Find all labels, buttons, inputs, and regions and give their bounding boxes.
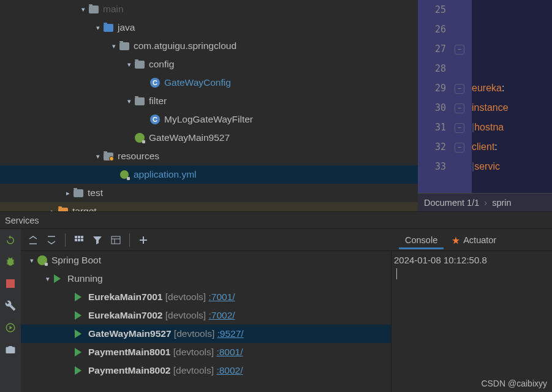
run-port-link[interactable]: :8001/ <box>216 347 243 358</box>
yaml-key: servic <box>474 161 500 172</box>
run-port-link[interactable]: :7001/ <box>208 292 235 303</box>
tree-label: target <box>72 206 97 211</box>
chevron-down-icon <box>78 6 88 13</box>
tree-node-gatewaymain[interactable]: GateWayMain9527 <box>0 129 418 147</box>
run-node-running[interactable]: Running <box>21 270 391 288</box>
play-icon <box>75 293 83 301</box>
tree-node-application-yml[interactable]: application.yml <box>0 165 418 184</box>
tree-label: java <box>118 22 135 33</box>
camera-button[interactable] <box>4 343 17 356</box>
svg-rect-1 <box>112 236 120 244</box>
run-app-row[interactable]: GateWayMain9527 [devtools] :9527/ <box>21 325 391 343</box>
play-icon <box>75 311 83 320</box>
grid-button[interactable] <box>72 233 86 247</box>
folder-icon <box>74 189 83 197</box>
run-app-row[interactable]: EurekaMain7001 [devtools] :7001/ <box>21 288 391 306</box>
run-label: Spring Boot <box>51 255 101 266</box>
line-number: 32 <box>418 141 451 153</box>
watermark: CSDN @caibixyy <box>481 379 547 388</box>
package-icon <box>135 61 145 69</box>
yaml-key: client <box>472 141 494 153</box>
services-title: Services <box>5 216 39 225</box>
rerun-button[interactable] <box>4 233 17 246</box>
tree-label: main <box>103 4 124 15</box>
tree-node-test[interactable]: test <box>0 184 418 202</box>
filter-button[interactable] <box>90 233 105 247</box>
stop-button[interactable] <box>4 277 17 290</box>
expand-all-button[interactable] <box>26 233 40 247</box>
chevron-down-icon <box>93 24 103 32</box>
document-position: Document 1/1 <box>424 198 479 208</box>
tree-label: MyLogGateWayFilter <box>164 114 253 125</box>
chevron-right-icon <box>63 189 73 197</box>
run-app-row[interactable]: EurekaMain7002 [devtools] :7002/ <box>21 306 391 325</box>
tree-node-logfilter[interactable]: C MyLogGateWayFilter <box>0 110 418 129</box>
editor[interactable]: 25 26 27 28 29 30 31 32 33 eureka: i <box>418 0 552 211</box>
layout-button[interactable] <box>108 233 123 247</box>
class-icon: C <box>150 115 160 124</box>
line-number: 33 <box>418 161 451 172</box>
tree-label: application.yml <box>134 169 197 180</box>
fold-icon[interactable] <box>451 45 468 53</box>
spring-boot-icon <box>135 133 145 143</box>
tree-label: resources <box>118 151 159 162</box>
tree-node-config[interactable]: config <box>0 55 418 74</box>
play-icon <box>75 366 83 375</box>
tree-label: GateWayConfig <box>164 77 231 88</box>
tree-node-main[interactable]: main <box>0 0 418 18</box>
line-number: 26 <box>418 24 451 35</box>
run-devtools-label: [devtools] <box>165 310 206 321</box>
fold-icon[interactable] <box>451 123 468 132</box>
fold-icon[interactable] <box>451 143 468 151</box>
gutter: 25 26 27 28 29 30 31 32 33 <box>418 0 472 193</box>
chevron-right-icon: › <box>484 198 487 208</box>
line-number: 31 <box>418 122 451 133</box>
yaml-file-icon <box>119 170 129 179</box>
yaml-key: hostna <box>474 122 504 133</box>
chevron-down-icon <box>124 61 134 69</box>
breadcrumb-bar[interactable]: Document 1/1 › sprin <box>418 193 552 211</box>
services-toolwindow-header[interactable]: Services <box>0 211 552 228</box>
services-tree[interactable]: Spring Boot Running EurekaMain7001 [devt… <box>21 251 391 392</box>
log-line: 2024-01-08 10:12:50.8 <box>394 255 487 265</box>
collapse-all-button[interactable] <box>44 233 59 247</box>
tree-node-filter[interactable]: filter <box>0 92 418 110</box>
tree-node-package[interactable]: com.atguigu.springcloud <box>0 37 418 55</box>
run-app-row[interactable]: PaymentMain8001 [devtools] :8001/ <box>21 343 391 361</box>
target-folder-icon <box>58 208 68 212</box>
add-button[interactable] <box>136 233 151 247</box>
run-port-link[interactable]: :7002/ <box>208 310 235 321</box>
settings-button[interactable] <box>4 299 17 312</box>
run-devtools-label: [devtools] <box>173 365 214 376</box>
run-app-row[interactable]: PaymentMain8002 [devtools] :8002/ <box>21 361 391 380</box>
resources-folder-icon <box>104 153 113 160</box>
run-node-springboot[interactable]: Spring Boot <box>21 251 391 270</box>
tree-label: com.atguigu.springcloud <box>134 40 236 51</box>
tree-node-gatewayconfig[interactable]: C GateWayConfig <box>0 74 418 92</box>
folder-icon <box>89 6 99 13</box>
fold-icon[interactable] <box>451 84 468 92</box>
yaml-key: instance <box>472 102 509 113</box>
project-tree[interactable]: main java com.atguigu.springcloud config… <box>0 0 418 211</box>
tab-actuator[interactable]: Actuator <box>445 232 502 249</box>
folder-source-icon <box>104 24 113 32</box>
console-output[interactable]: 2024-01-08 10:12:50.8 <box>391 251 552 392</box>
run-port-link[interactable]: :8002/ <box>216 365 243 376</box>
console-panel: Console Actuator 2024-01-08 10:12:50.8 <box>391 251 552 392</box>
fold-icon[interactable] <box>451 104 468 112</box>
run-dashboard-button[interactable] <box>4 321 17 334</box>
tree-node-target[interactable]: target <box>0 202 418 211</box>
line-number: 29 <box>418 83 451 94</box>
tree-node-java[interactable]: java <box>0 18 418 37</box>
class-icon: C <box>150 78 160 88</box>
tree-label: test <box>88 187 103 198</box>
tab-console[interactable]: Console <box>399 232 444 249</box>
debug-button[interactable] <box>4 255 17 268</box>
line-number: 27 <box>418 43 451 55</box>
actuator-icon <box>451 236 459 244</box>
tree-node-resources[interactable]: resources <box>0 147 418 165</box>
run-label: Running <box>67 273 103 284</box>
chevron-down-icon <box>43 275 53 283</box>
run-port-link[interactable]: :9527/ <box>217 328 244 339</box>
code-area[interactable]: eureka: instance | hostna client: | serv… <box>472 0 552 193</box>
